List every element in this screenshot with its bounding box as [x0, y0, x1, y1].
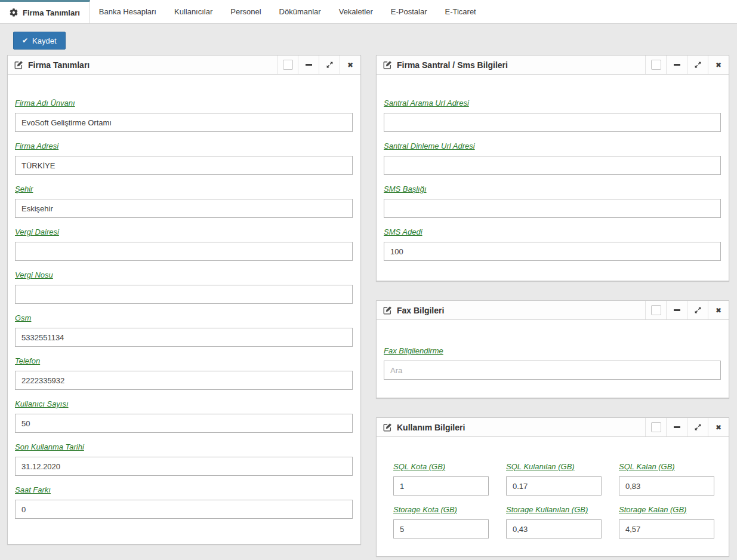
field-label: Storage Kota (GB): [393, 505, 489, 514]
form-field: Storage Kota (GB): [393, 505, 489, 539]
edit-icon: [383, 306, 392, 315]
panel-controls: ✖: [645, 301, 729, 319]
tab-banka-hesaplari[interactable]: Banka Hesapları: [90, 0, 165, 23]
gear-icon: [10, 8, 18, 17]
panel-checkbox[interactable]: [277, 56, 298, 74]
close-button[interactable]: ✖: [708, 418, 729, 436]
panel-checkbox[interactable]: [645, 301, 666, 319]
telefon-input[interactable]: [15, 371, 353, 390]
santral-dinleme-url-input[interactable]: [384, 156, 721, 175]
minus-icon: [306, 64, 312, 66]
field-label: Storage Kullanılan (GB): [506, 505, 602, 514]
close-icon: ✖: [347, 61, 353, 69]
collapse-button[interactable]: [666, 418, 687, 436]
collapse-button[interactable]: [666, 56, 687, 74]
panel-body: Fax Bilgilendirme: [377, 320, 729, 398]
vergi-dairesi-input[interactable]: [15, 242, 353, 261]
sql-kullanilan-input[interactable]: [506, 476, 602, 496]
tab-firma-tanimlari[interactable]: Firma Tanımları: [0, 0, 90, 23]
form-field: Fax Bilgilendirme: [384, 346, 721, 380]
close-button[interactable]: ✖: [708, 56, 729, 74]
tab-personel[interactable]: Personel: [221, 0, 270, 23]
expand-icon: [694, 423, 702, 431]
panel-santral-sms: Firma Santral / Sms Bilgileri ✖ Santral …: [376, 55, 729, 281]
field-label: Storage Kalan (GB): [619, 505, 714, 514]
expand-button[interactable]: [687, 418, 708, 436]
panel-title: Firma Santral / Sms Bilgileri: [397, 60, 508, 70]
panel-checkbox[interactable]: [645, 418, 666, 436]
tab-e-ticaret[interactable]: E-Ticaret: [436, 0, 485, 23]
panel-controls: ✖: [645, 418, 729, 436]
storage-kota-input[interactable]: [393, 519, 489, 539]
field-label: Son Kullanma Tarihi: [15, 442, 353, 451]
storage-kalan-input[interactable]: [619, 519, 714, 539]
form-field: SMS Başlığı: [384, 184, 721, 218]
panel-header: Fax Bilgileri ✖: [377, 301, 729, 320]
form-field: SMS Adedi: [384, 227, 721, 261]
form-field: Santral Dinleme Url Adresi: [384, 141, 721, 175]
sql-kota-input[interactable]: [393, 476, 489, 496]
checkbox-icon: [651, 305, 661, 315]
minus-icon: [674, 309, 680, 311]
kullanici-sayisi-input[interactable]: [15, 414, 353, 433]
check-icon: ✔: [22, 36, 28, 45]
field-label: SQL Kota (GB): [393, 462, 489, 471]
panel-title: Fax Bilgileri: [397, 306, 444, 315]
expand-icon: [694, 61, 702, 69]
panel-body: Firma Adı Ünvanı Firma Adresi Şehir Verg…: [8, 75, 360, 544]
firma-adi-unvani-input[interactable]: [15, 113, 353, 132]
fax-bilgilendirme-input[interactable]: [384, 361, 721, 380]
vergi-nosu-input[interactable]: [15, 285, 353, 304]
tab-label: Firma Tanımları: [23, 8, 80, 17]
panel-fax: Fax Bilgileri ✖ Fax Bilgilendirme: [376, 300, 729, 398]
form-field: Telefon: [15, 356, 353, 390]
sehir-input[interactable]: [15, 199, 353, 218]
tab-e-postalar[interactable]: E-Postalar: [382, 0, 436, 23]
close-button[interactable]: ✖: [708, 301, 729, 319]
close-button[interactable]: ✖: [340, 56, 360, 74]
gsm-input[interactable]: [15, 328, 353, 347]
tab-dokumanlar[interactable]: Dökümanlar: [270, 0, 330, 23]
top-tab-bar: Firma Tanımları Banka Hesapları Kullanıc…: [0, 0, 737, 24]
form-field: Saat Farkı: [15, 485, 353, 519]
expand-button[interactable]: [687, 56, 708, 74]
panel-title: Firma Tanımları: [28, 60, 90, 70]
saat-farki-input[interactable]: [15, 500, 353, 519]
field-label: SQL Kulanılan (GB): [506, 462, 602, 471]
form-field: Santral Arama Url Adresi: [384, 99, 721, 132]
sms-basligi-input[interactable]: [384, 199, 721, 218]
field-label: Şehir: [15, 184, 353, 193]
santral-arama-url-input[interactable]: [384, 113, 721, 132]
form-field: Firma Adı Ünvanı: [15, 99, 353, 132]
expand-button[interactable]: [319, 56, 340, 74]
form-field: SQL Kota (GB): [393, 462, 489, 496]
storage-kullanilan-input[interactable]: [506, 519, 602, 539]
sms-adedi-input[interactable]: [384, 242, 721, 261]
collapse-button[interactable]: [298, 56, 319, 74]
panel-controls: ✖: [277, 56, 360, 74]
collapse-button[interactable]: [666, 301, 687, 319]
form-field: Son Kullanma Tarihi: [15, 442, 353, 476]
minus-icon: [674, 64, 680, 66]
save-button[interactable]: ✔ Kaydet: [13, 32, 66, 50]
form-field: Firma Adresi: [15, 141, 353, 175]
panel-checkbox[interactable]: [645, 56, 666, 74]
field-label: Vergi Nosu: [15, 270, 353, 279]
panel-title: Kullanım Bilgileri: [397, 423, 465, 432]
panel-header: Firma Tanımları ✖: [8, 56, 360, 75]
checkbox-icon: [283, 60, 293, 70]
form-field: Gsm: [15, 313, 353, 347]
field-label: SQL Kalan (GB): [619, 462, 714, 471]
panel-header: Kullanım Bilgileri ✖: [377, 418, 729, 437]
tab-kullanicilar[interactable]: Kullanıcılar: [165, 0, 221, 23]
form-field: Kullanıcı Sayısı: [15, 399, 353, 433]
tab-vekaletler[interactable]: Vekaletler: [330, 0, 382, 23]
firma-adresi-input[interactable]: [15, 156, 353, 175]
field-label: Santral Arama Url Adresi: [384, 99, 721, 107]
sql-kalan-input[interactable]: [619, 476, 714, 496]
form-field: Vergi Dairesi: [15, 227, 353, 261]
field-label: Vergi Dairesi: [15, 227, 353, 236]
son-kullanma-tarihi-input[interactable]: [15, 457, 353, 476]
expand-button[interactable]: [687, 301, 708, 319]
field-label: Santral Dinleme Url Adresi: [384, 141, 721, 150]
